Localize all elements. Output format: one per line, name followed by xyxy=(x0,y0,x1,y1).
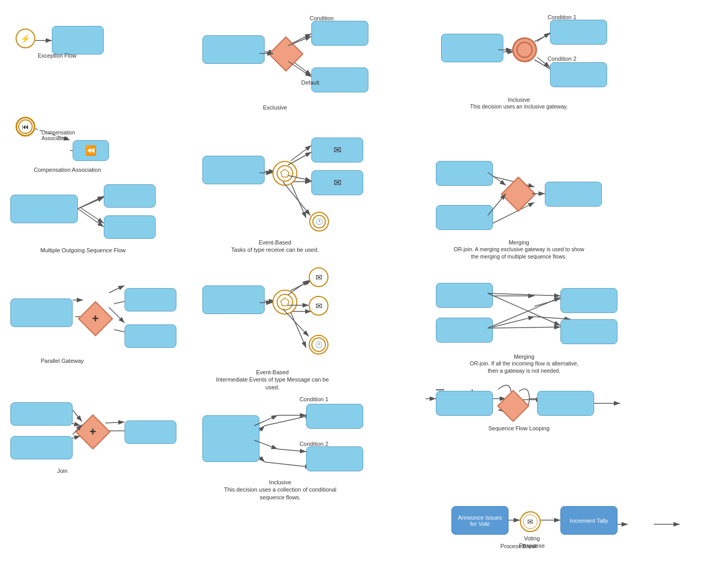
svg-line-51 xyxy=(73,410,82,422)
parallel-task2 xyxy=(125,324,176,348)
join-task2 xyxy=(10,436,73,459)
exclusive-default-label: Default xyxy=(290,79,331,86)
svg-line-86 xyxy=(488,293,560,325)
merging1-result-task xyxy=(545,182,602,207)
loop-diamond xyxy=(497,390,529,422)
merging2-task1 xyxy=(436,283,493,308)
inclusive-bottom-cond2-label: Condition 2 xyxy=(291,440,337,447)
event-based2-label: Event-Based Intermediate Events of type … xyxy=(213,369,332,391)
compensation-assoc-caption: Compensation Association xyxy=(10,166,125,173)
merging1-diamond xyxy=(501,176,536,212)
process-break-announce: Announce Issuesfor Vote xyxy=(451,506,509,535)
inclusive-bottom-source xyxy=(202,415,259,462)
parallel-task1 xyxy=(125,288,176,311)
inclusive-bottom-cond1-task xyxy=(306,404,363,429)
compensation-assoc-label: CompensationAssociation xyxy=(42,130,75,141)
svg-line-84 xyxy=(488,293,560,296)
event-based1-source xyxy=(202,156,265,184)
svg-line-87 xyxy=(488,297,560,328)
inclusive-top-label: Inclusive This decision uses an inclusiv… xyxy=(457,96,581,111)
svg-line-53 xyxy=(105,422,125,423)
svg-line-17 xyxy=(291,145,311,161)
inclusive-top-cond1-task xyxy=(550,20,607,45)
diagram-container: ⚡ Exception Flow ⏮ CompensationAssociati… xyxy=(0,0,728,571)
compensation-event: ⏮ xyxy=(16,117,35,137)
event-based2-msg-event1: ✉ xyxy=(309,267,328,287)
inclusive-top-gateway xyxy=(512,37,537,62)
multiple-outgoing-task1 xyxy=(104,184,156,208)
inclusive-top-cond2-label: Condition 2 xyxy=(539,55,585,62)
compensation-task: ⏪ xyxy=(73,140,109,161)
svg-line-77 xyxy=(537,33,550,42)
svg-line-5 xyxy=(80,197,104,208)
join-plus: + xyxy=(81,420,104,443)
svg-line-14 xyxy=(291,34,311,44)
svg-line-21 xyxy=(291,280,311,291)
svg-marker-58 xyxy=(281,169,289,177)
join-label: Join xyxy=(10,467,114,474)
loop-task2 xyxy=(537,391,594,416)
svg-line-44 xyxy=(78,196,104,209)
loop-start-line xyxy=(436,389,444,390)
multiple-outgoing-label: Multiple Outgoing Sequence Flow xyxy=(10,247,156,254)
event-based2-timer-event: 🕐 xyxy=(309,335,328,355)
merging1-task2 xyxy=(436,205,493,230)
inclusive-bottom-label: Inclusive This decision uses a collectio… xyxy=(213,479,348,501)
svg-line-45 xyxy=(78,209,104,227)
svg-marker-64 xyxy=(281,298,289,306)
loop-task1 xyxy=(436,391,493,416)
svg-line-27 xyxy=(265,462,311,467)
multiple-outgoing-task2 xyxy=(104,215,156,239)
svg-line-6 xyxy=(80,208,104,223)
merging1-label: Merging OR-join. A merging exclusive gat… xyxy=(436,239,602,261)
exclusive-label: Exclusive xyxy=(244,104,306,111)
merging2-result-task2 xyxy=(560,319,617,344)
svg-line-49 xyxy=(109,307,125,323)
exception-flow-label: Exception Flow xyxy=(16,52,99,59)
sequence-loop-label: Sequence Flow Looping xyxy=(451,425,586,432)
merging1-task1 xyxy=(436,161,493,186)
inclusive-bottom-cond1-label: Condition 1 xyxy=(291,396,337,403)
exclusive-condition-label: Condition xyxy=(301,15,342,22)
event-based1-msg-task2: ✉ xyxy=(311,170,363,195)
join-task1 xyxy=(10,402,73,426)
parallel-gateway-plus: + xyxy=(84,307,107,330)
parallel-source xyxy=(10,298,73,327)
event-based2-gateway xyxy=(272,290,297,315)
svg-line-35 xyxy=(493,317,534,327)
exception-task xyxy=(52,26,104,55)
exclusive-condition-task xyxy=(311,21,368,46)
merging2-result-task1 xyxy=(560,288,617,313)
inclusive-top-cond2-task xyxy=(550,62,607,87)
parallel-gateway-label: Parallel Gateway xyxy=(10,357,114,364)
process-break-event: ✉ xyxy=(520,511,541,532)
event-based1-msg-task1: ✉ xyxy=(311,138,363,162)
svg-line-85 xyxy=(488,327,560,328)
inclusive-top-cond1-label: Condition 1 xyxy=(539,13,585,21)
exclusive-diamond xyxy=(268,36,304,72)
merging2-label: Merging OR-join. If all the incoming flo… xyxy=(436,353,612,375)
event-based2-source xyxy=(202,286,265,314)
process-break-increment: Increment Tally xyxy=(560,506,617,535)
exception-start-event: ⚡ xyxy=(16,29,35,48)
svg-line-25 xyxy=(265,415,311,426)
svg-line-74 xyxy=(278,449,306,452)
event-based1-gateway xyxy=(272,161,297,186)
event-based1-timer: 🕐 xyxy=(309,212,329,232)
event-based1-label: Event-Based Tasks of type receive can be… xyxy=(223,239,327,254)
multiple-outgoing-source xyxy=(10,195,78,223)
join-result-task xyxy=(125,420,176,444)
svg-line-63 xyxy=(283,182,310,215)
inclusive-bottom-cond2-task xyxy=(306,446,363,471)
exclusive-source xyxy=(202,35,265,64)
process-break-label: Process Break xyxy=(467,542,571,550)
event-based2-msg-event2: ✉ xyxy=(309,296,328,316)
inclusive-top-source xyxy=(441,34,503,62)
svg-line-48 xyxy=(109,286,125,293)
merging2-task2 xyxy=(436,318,493,343)
